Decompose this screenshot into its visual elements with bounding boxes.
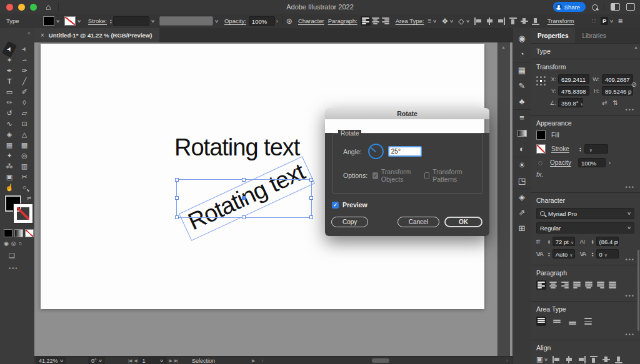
hand-tool[interactable]: ☝: [2, 182, 16, 192]
vertical-align-top-icon[interactable]: [509, 17, 518, 25]
symbols-icon[interactable]: ♣: [513, 94, 531, 109]
eyedropper-tool[interactable]: ✦: [2, 150, 16, 160]
color-guide-icon[interactable]: ◔: [513, 46, 531, 62]
perspective-grid-tool[interactable]: △: [18, 129, 31, 139]
paintbrush-tool[interactable]: ✐: [18, 87, 31, 97]
draw-normal-icon[interactable]: ◉: [4, 240, 9, 247]
next-artboard-icon[interactable]: ▶: [169, 358, 172, 363]
rotation-select[interactable]: 0°: [88, 357, 105, 364]
font-family-select[interactable]: Myriad Pro: [536, 208, 634, 219]
scale-tool[interactable]: ▱: [18, 108, 31, 118]
kerning-field[interactable]: Auto: [552, 249, 575, 258]
close-document-icon[interactable]: ×: [41, 32, 44, 39]
opacity-link[interactable]: Opacity:: [224, 17, 246, 24]
ok-button[interactable]: OK: [444, 217, 482, 227]
vertical-align-center-icon[interactable]: [521, 17, 529, 25]
text-options-icon[interactable]: ≡: [428, 17, 436, 25]
copy-button[interactable]: Copy: [331, 217, 368, 227]
original-text-object[interactable]: Rotating text: [174, 135, 299, 159]
pen-tool[interactable]: ✒: [2, 66, 16, 76]
paragraph-more-options-icon[interactable]: •••: [626, 293, 635, 299]
selection-center-point[interactable]: [242, 196, 246, 200]
transform-link[interactable]: Transform: [548, 17, 574, 24]
opacity-link[interactable]: Opacity: [550, 159, 576, 166]
transform-patterns-checkbox[interactable]: [424, 172, 429, 179]
stroke-color-dropdown[interactable]: [64, 16, 81, 26]
selection-handle[interactable]: [242, 178, 246, 182]
stroke-swatch[interactable]: [14, 204, 32, 223]
collapse-tools-icon[interactable]: «: [28, 30, 31, 36]
justify-last-right-button[interactable]: [596, 280, 606, 290]
selection-handle[interactable]: [175, 178, 179, 182]
zoom-level-select[interactable]: 41.22%: [36, 357, 66, 364]
constrain-proportions-icon[interactable]: ⊘: [631, 81, 637, 89]
selection-handle[interactable]: [309, 178, 313, 182]
tab-properties[interactable]: Properties: [531, 28, 575, 43]
draw-behind-icon[interactable]: ◎: [11, 240, 16, 247]
layers-icon[interactable]: ◈: [513, 189, 531, 205]
mesh-tool[interactable]: ▦: [2, 140, 16, 150]
horizontal-align-right-icon[interactable]: [578, 356, 586, 363]
panel-toggle-dropdown[interactable]: P: [601, 17, 613, 25]
color-mode-button[interactable]: [4, 229, 12, 237]
justify-all-button[interactable]: [608, 280, 618, 290]
artboard-navigation-select[interactable]: 1: [139, 357, 167, 364]
swap-fill-stroke-icon[interactable]: ⇄: [27, 195, 31, 201]
appearance-fill-swatch[interactable]: [536, 130, 546, 140]
canvas-vertical-scrollbar[interactable]: ▲: [498, 42, 510, 356]
variable-width-profile-dropdown[interactable]: [159, 16, 218, 26]
tracking-field[interactable]: 0: [596, 249, 619, 258]
color-panel-icon[interactable]: ◉: [513, 31, 531, 46]
transform-w-field[interactable]: 409.2887: [602, 74, 633, 84]
transform-y-field[interactable]: 475.8398: [558, 86, 589, 96]
stroke-weight-field[interactable]: [584, 144, 608, 154]
column-graph-tool[interactable]: ▥: [18, 161, 31, 171]
search-icon[interactable]: [592, 4, 598, 10]
align-center-button[interactable]: [548, 280, 558, 290]
vertical-align-bottom-icon[interactable]: [615, 356, 623, 363]
leading-stepper[interactable]: [592, 239, 594, 244]
tab-libraries[interactable]: Libraries: [575, 28, 612, 43]
change-screen-mode-icon[interactable]: ❏: [9, 252, 15, 260]
justify-last-left-button[interactable]: [572, 280, 582, 290]
menu-list-icon[interactable]: ≣: [618, 17, 622, 25]
opacity-field[interactable]: 100%: [578, 158, 606, 167]
appearance-icon[interactable]: ☀: [513, 157, 531, 173]
selection-handle[interactable]: [242, 215, 246, 219]
edit-toolbar-icon[interactable]: •••: [9, 265, 18, 272]
vertical-align-bottom-icon[interactable]: [532, 17, 540, 25]
stroke-weight-field[interactable]: [113, 16, 149, 26]
export-icon[interactable]: ⇗: [513, 205, 531, 220]
none-mode-button[interactable]: [25, 229, 34, 237]
stroke-link[interactable]: Stroke:: [88, 17, 107, 24]
character-more-options-icon[interactable]: •••: [626, 257, 635, 263]
horizontal-scrollbar-thumb[interactable]: [372, 358, 389, 363]
opacity-expand-icon[interactable]: ›: [609, 160, 611, 166]
rotate-tool[interactable]: ↺: [2, 108, 16, 118]
draw-inside-icon[interactable]: ○: [19, 240, 22, 247]
shape-builder-tool[interactable]: ◈: [2, 129, 16, 139]
transform-objects-checkbox[interactable]: [372, 172, 378, 179]
font-size-stepper[interactable]: [548, 239, 550, 244]
rotate-dialog-titlebar[interactable]: Rotate: [325, 108, 489, 119]
horizontal-align-left-icon[interactable]: [474, 17, 482, 25]
selection-handle[interactable]: [175, 215, 179, 219]
status-play-icon[interactable]: ▶: [252, 358, 254, 363]
blend-tool[interactable]: ◎: [18, 150, 31, 160]
panel-scrollbar[interactable]: [638, 250, 639, 331]
last-artboard-icon[interactable]: ▶|: [174, 358, 178, 363]
share-button[interactable]: Share: [553, 2, 586, 12]
kerning-stepper[interactable]: [548, 252, 550, 257]
opacity-expand-icon[interactable]: ›: [276, 18, 278, 24]
gradient-mode-button[interactable]: [14, 229, 23, 237]
artboards-icon[interactable]: ⊞: [513, 220, 531, 236]
stroke-weight-stepper[interactable]: [579, 147, 581, 152]
magic-wand-tool[interactable]: ✶: [2, 55, 16, 65]
transparency-icon[interactable]: ◐: [513, 141, 531, 157]
line-segment-tool[interactable]: ╱: [18, 76, 31, 86]
area-justify-button[interactable]: [583, 317, 593, 326]
area-type-more-options-icon[interactable]: •••: [626, 332, 635, 338]
appearance-more-options-icon[interactable]: •••: [626, 184, 635, 190]
area-align-center-button[interactable]: [552, 317, 562, 326]
artboard-tool[interactable]: ▣: [2, 172, 16, 182]
